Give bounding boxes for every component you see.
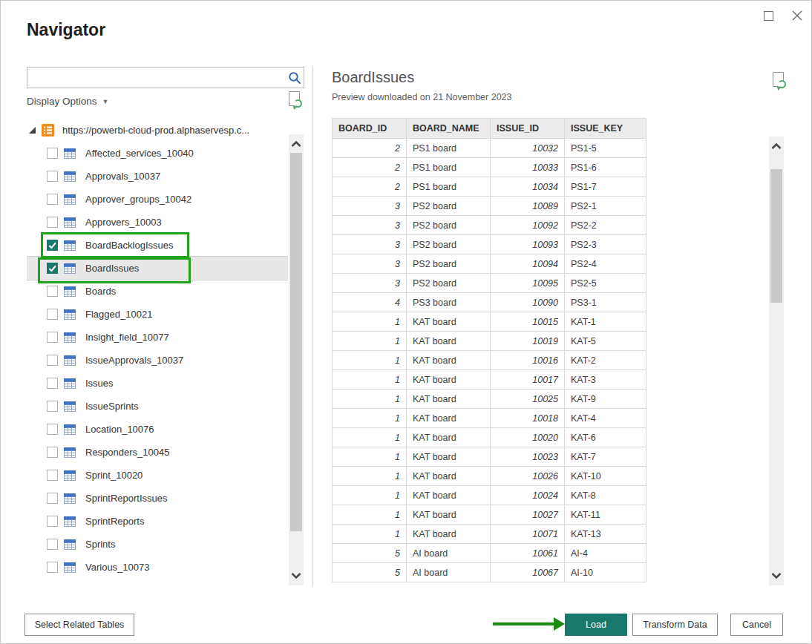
tree-item-Various_10073[interactable]: Various_10073: [27, 556, 288, 579]
tree-root-source[interactable]: https://powerbi-cloud-prod.alphaservesp.…: [27, 118, 288, 142]
cell-ISSUE_KEY: KAT-10: [565, 467, 646, 486]
checkbox[interactable]: [47, 539, 58, 550]
tree-item-Affected_services_10040[interactable]: Affected_services_10040: [27, 142, 288, 165]
tree-item-BoardBacklogIssues[interactable]: BoardBacklogIssues: [27, 234, 288, 257]
cell-ISSUE_KEY: AI-4: [565, 544, 646, 563]
search-input[interactable]: [27, 68, 286, 88]
scroll-up-icon[interactable]: [769, 138, 784, 154]
maximize-button[interactable]: [759, 7, 777, 24]
scroll-down-icon[interactable]: [769, 568, 784, 584]
table-icon: [64, 309, 76, 320]
tree-item-label: Responders_10045: [85, 447, 169, 458]
search-icon[interactable]: [286, 71, 304, 85]
checkbox[interactable]: [47, 332, 58, 343]
checkbox[interactable]: [47, 217, 58, 228]
checkbox[interactable]: [47, 562, 58, 573]
tree-item-label: Sprint_10020: [85, 470, 143, 481]
cell-BOARD_ID: 1: [333, 390, 407, 409]
tree-item-Responders_10045[interactable]: Responders_10045: [27, 441, 288, 464]
refresh-icon: [778, 80, 786, 88]
cell-BOARD_NAME: KAT board: [407, 428, 491, 447]
tree-item-Approvals_10037[interactable]: Approvals_10037: [27, 165, 288, 188]
table-row: 5AI board10067AI-10: [333, 563, 646, 582]
cell-ISSUE_ID: 10095: [491, 274, 565, 293]
cell-BOARD_ID: 3: [333, 235, 407, 254]
navigator-dialog: Navigator Display Options ▼: [0, 0, 812, 644]
tree-item-label: IssueApprovals_10037: [85, 355, 183, 366]
tree-item-Boards[interactable]: Boards: [27, 280, 288, 303]
tree-item-label: Location_10076: [85, 424, 154, 435]
checkbox[interactable]: [47, 309, 58, 320]
table-row: 1KAT board10019KAT-5: [333, 332, 646, 351]
refresh-preview-button[interactable]: [771, 72, 789, 93]
cell-ISSUE_KEY: KAT-4: [565, 409, 646, 428]
left-scrollbar-thumb[interactable]: [290, 153, 302, 531]
tree-item-Insight_field_10077[interactable]: Insight_field_10077: [27, 326, 288, 349]
left-scrollbar[interactable]: [289, 134, 304, 585]
select-related-tables-button[interactable]: Select Related Tables: [24, 614, 134, 636]
checkbox[interactable]: [47, 516, 58, 527]
checkbox[interactable]: [47, 493, 58, 504]
column-header-ISSUE_ID: ISSUE_ID: [491, 119, 565, 139]
cell-BOARD_NAME: KAT board: [407, 370, 491, 390]
tree-item-Flagged_10021[interactable]: Flagged_10021: [27, 303, 288, 326]
table-icon: [64, 493, 76, 504]
cell-ISSUE_ID: 10023: [491, 447, 565, 467]
checkbox[interactable]: [47, 263, 58, 274]
table-row: 3PS2 board10093PS2-3: [333, 235, 646, 254]
preview-scrollbar[interactable]: [769, 137, 784, 585]
scroll-up-icon[interactable]: [289, 136, 304, 152]
scroll-down-icon[interactable]: [289, 568, 304, 584]
load-button[interactable]: Load: [565, 614, 627, 636]
tree-item-Approvers_10003[interactable]: Approvers_10003: [27, 211, 288, 234]
cell-BOARD_NAME: KAT board: [407, 390, 491, 409]
cell-BOARD_ID: 3: [333, 274, 407, 293]
cell-BOARD_NAME: PS1 board: [407, 158, 491, 177]
tree-item-Location_10076[interactable]: Location_10076: [27, 418, 288, 441]
cell-ISSUE_ID: 10061: [491, 544, 565, 563]
cell-ISSUE_ID: 10015: [491, 312, 565, 332]
cancel-button[interactable]: Cancel: [730, 614, 783, 636]
table-row: 1KAT board10017KAT-3: [333, 370, 646, 390]
refresh-source-button[interactable]: [287, 91, 305, 112]
tree-item-Issues[interactable]: Issues: [27, 372, 288, 395]
checkbox[interactable]: [47, 447, 58, 458]
checkbox[interactable]: [47, 470, 58, 481]
tree-item-Sprints[interactable]: Sprints: [27, 533, 288, 556]
tree-item-IssueApprovals_10037[interactable]: IssueApprovals_10037: [27, 349, 288, 372]
cell-BOARD_NAME: AI board: [407, 563, 491, 582]
tree-expander-icon[interactable]: [29, 127, 36, 134]
cell-BOARD_NAME: KAT board: [407, 312, 491, 332]
table-row: 4PS3 board10090PS3-1: [333, 293, 646, 312]
cell-ISSUE_KEY: PS1-5: [565, 139, 646, 158]
close-button[interactable]: [788, 7, 806, 24]
cell-ISSUE_KEY: PS3-1: [565, 293, 646, 312]
annotation-arrow-line: [493, 622, 555, 625]
cell-ISSUE_KEY: KAT-6: [565, 428, 646, 447]
cell-ISSUE_KEY: KAT-2: [565, 351, 646, 370]
preview-scrollbar-thumb[interactable]: [770, 169, 782, 303]
cell-ISSUE_ID: 10071: [491, 525, 565, 544]
tree-item-SprintReportIssues[interactable]: SprintReportIssues: [27, 487, 288, 510]
cell-BOARD_ID: 3: [333, 254, 407, 274]
checkbox[interactable]: [47, 240, 58, 251]
display-options-dropdown[interactable]: Display Options ▼: [27, 96, 108, 107]
tree-item-BoardIssues[interactable]: BoardIssues: [27, 257, 288, 280]
tree-item-SprintReports[interactable]: SprintReports: [27, 510, 288, 533]
tree-item-label: Approver_groups_10042: [85, 194, 191, 205]
checkbox[interactable]: [47, 148, 58, 159]
checkbox[interactable]: [47, 171, 58, 182]
transform-data-button[interactable]: Transform Data: [632, 614, 718, 636]
tree-item-label: BoardIssues: [85, 263, 139, 274]
tree-item-label: IssueSprints: [85, 401, 139, 412]
tree-item-Approver_groups_10042[interactable]: Approver_groups_10042: [27, 188, 288, 211]
checkbox[interactable]: [47, 378, 58, 389]
checkbox[interactable]: [47, 355, 58, 366]
checkbox[interactable]: [47, 401, 58, 412]
checkbox[interactable]: [47, 424, 58, 435]
tree-item-label: BoardBacklogIssues: [85, 240, 174, 251]
tree-item-IssueSprints[interactable]: IssueSprints: [27, 395, 288, 418]
checkbox[interactable]: [47, 286, 58, 297]
checkbox[interactable]: [47, 194, 58, 205]
tree-item-Sprint_10020[interactable]: Sprint_10020: [27, 464, 288, 487]
